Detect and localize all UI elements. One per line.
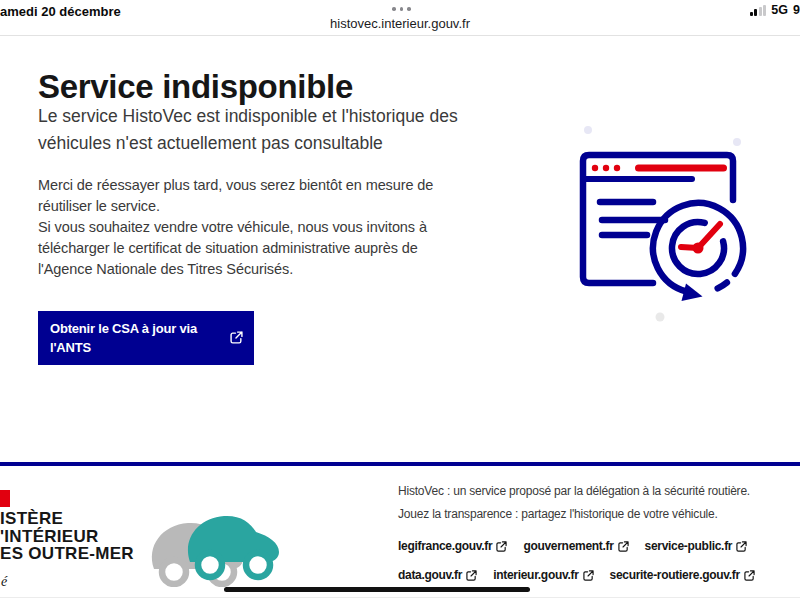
ministry-line: ES OUTRE-MER	[0, 545, 134, 563]
link-data-gouv[interactable]: data.gouv.fr	[398, 568, 477, 582]
screen-bottom-edge	[0, 597, 800, 598]
csa-ants-button[interactable]: Obtenir le CSA à jour via l'ANTS	[38, 311, 254, 365]
external-link-icon	[230, 331, 243, 344]
histovec-car-logo	[146, 499, 304, 587]
browser-controls	[592, 165, 727, 172]
link-legifrance[interactable]: legifrance.gouv.fr	[398, 539, 507, 553]
ministry-line: 'INTÉRIEUR	[0, 528, 134, 546]
link-label: service-public.fr	[645, 539, 733, 553]
ministry-line: ISTÈRE	[0, 510, 134, 528]
body-line: Si vous souhaitez vendre votre véhicule,…	[38, 217, 433, 238]
ministry-logo-text: ISTÈRE 'INTÉRIEUR ES OUTRE-MER	[0, 510, 134, 563]
body-line: l'Agence Nationale des Titres Sécurisés.	[38, 259, 433, 280]
csa-button-label-line2: l'ANTS	[50, 338, 218, 357]
subtitle-line: Le service HistoVec est indisponible et …	[38, 103, 458, 130]
histovec-error-page: { "status_bar": { "date": "amedi 20 déce…	[0, 0, 800, 600]
external-link-icon	[744, 570, 755, 581]
link-label: interieur.gouv.fr	[493, 568, 578, 582]
body-paragraph: Merci de réessayer plus tard, vous serez…	[38, 175, 433, 280]
footer: ISTÈRE 'INTÉRIEUR ES OUTRE-MER é HistoVe…	[0, 462, 800, 600]
link-service-public[interactable]: service-public.fr	[645, 539, 748, 553]
ministry-flag-fragment	[0, 490, 10, 507]
statusbar-divider	[0, 35, 800, 36]
tab-options-icon[interactable]	[392, 7, 411, 11]
body-line: télécharger le certificat de situation a…	[38, 238, 433, 259]
external-link-icon	[466, 570, 477, 581]
external-link-icon	[496, 541, 507, 552]
blurb-line: HistoVec : un service proposé par la dél…	[398, 480, 750, 503]
external-link-icon	[583, 570, 594, 581]
csa-button-label-line1: Obtenir le CSA à jour via	[50, 319, 218, 338]
blurb-line: Jouez la transparence : partagez l'histo…	[398, 503, 750, 526]
status-indicators: 5G 9	[750, 3, 800, 17]
decor-dot	[733, 138, 741, 146]
link-label: gouvernement.fr	[523, 539, 613, 553]
external-link-icon	[618, 541, 629, 552]
decor-dot	[656, 313, 665, 322]
page-subtitle: Le service HistoVec est indisponible et …	[38, 103, 458, 157]
body-line: réutiliser le service.	[38, 196, 433, 217]
page-title: Service indisponible	[38, 68, 353, 106]
subtitle-line: véhicules n'est actuellement pas consult…	[38, 130, 458, 157]
link-securite-routiere[interactable]: securite-routiere.gouv.fr	[610, 568, 755, 582]
link-interieur-gouv[interactable]: interieur.gouv.fr	[493, 568, 593, 582]
footer-links-row2: data.gouv.fr interieur.gouv.fr securite-…	[398, 568, 755, 582]
footer-links-row1: legifrance.gouv.fr gouvernement.fr servi…	[398, 539, 747, 553]
home-indicator[interactable]	[224, 587, 530, 592]
battery-percent: 9	[793, 3, 800, 17]
decor-dot	[584, 126, 592, 134]
link-gouvernement[interactable]: gouvernement.fr	[523, 539, 628, 553]
motto-fragment: é	[1, 574, 7, 590]
link-label: securite-routiere.gouv.fr	[610, 568, 740, 582]
link-label: data.gouv.fr	[398, 568, 462, 582]
signal-strength-icon	[750, 5, 767, 16]
address-bar[interactable]: histovec.interieur.gouv.fr	[0, 16, 800, 31]
body-line: Merci de réessayer plus tard, vous serez…	[38, 175, 433, 196]
external-link-icon	[736, 541, 747, 552]
maintenance-illustration	[570, 120, 760, 330]
footer-blurb: HistoVec : un service proposé par la dél…	[398, 480, 750, 526]
link-label: legifrance.gouv.fr	[398, 539, 492, 553]
network-type: 5G	[771, 3, 788, 17]
clock-icon	[672, 222, 724, 274]
